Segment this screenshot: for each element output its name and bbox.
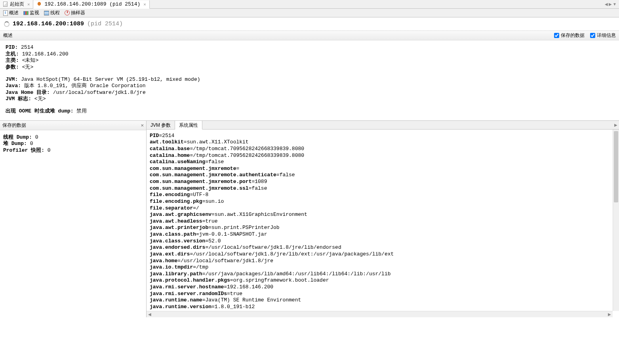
property-key: java.awt.graphicsenv bbox=[150, 212, 211, 217]
property-value: =/tmp/tomcat.7095628242668339839.8080 bbox=[190, 152, 304, 158]
sampler-button[interactable]: 抽样器 bbox=[63, 9, 87, 17]
property-row: java.awt.graphicsenv=sun.awt.X11Graphics… bbox=[150, 212, 616, 218]
jvm-label: JVM: bbox=[6, 76, 18, 82]
monitor-button[interactable]: 监视 bbox=[22, 9, 41, 17]
tab-system-properties[interactable]: 系统属性 bbox=[175, 121, 202, 130]
toolbar-label: 监视 bbox=[30, 10, 39, 16]
threads-icon bbox=[44, 11, 49, 15]
close-icon[interactable]: × bbox=[141, 122, 144, 128]
vertical-scrollbar[interactable] bbox=[613, 130, 619, 311]
properties-subtabs: JVM 参数 系统属性 ▶ bbox=[147, 121, 619, 130]
stopwatch-icon bbox=[65, 10, 70, 15]
scrollbar-thumb[interactable] bbox=[614, 131, 618, 202]
tab-prev-icon[interactable]: ◀ bbox=[605, 2, 608, 6]
page-subtitle: (pid 2514) bbox=[87, 21, 123, 27]
thread-dump-label: 线程 Dump: bbox=[3, 134, 32, 140]
tab-jvm-args[interactable]: JVM 参数 bbox=[147, 121, 175, 129]
property-row: java.home=/usr/local/software/jdk1.8/jre bbox=[150, 258, 616, 265]
property-key: com.sun.management.jmxremote.port bbox=[150, 179, 251, 185]
loading-icon bbox=[4, 21, 10, 27]
host-value: 192.168.146.200 bbox=[22, 51, 69, 57]
editor-tabs: 起始页 × 192.168.146.200:1089 (pid 2514) × … bbox=[0, 0, 619, 9]
overview-header: 概述 保存的数据 详细信息 bbox=[0, 30, 619, 40]
property-value: =52.0 bbox=[205, 238, 221, 244]
profiler-snap-label: Profiler 快照: bbox=[3, 147, 44, 153]
property-row: java.rmi.server.hostname=192.168.146.200 bbox=[150, 284, 616, 291]
property-key: file.encoding bbox=[150, 192, 190, 198]
property-value: =2514 bbox=[159, 133, 174, 139]
property-row: java.library.path=/usr/java/packages/lib… bbox=[150, 271, 616, 278]
overview-info: PID: 2514 主机: 192.168.146.200 主类: <未知> 参… bbox=[0, 40, 619, 120]
threads-button[interactable]: 线程 bbox=[42, 9, 61, 17]
tab-list-icon[interactable]: ▼ bbox=[613, 2, 617, 6]
overview-button[interactable]: 概述 bbox=[2, 9, 20, 17]
property-row: java.awt.printerjob=sun.print.PSPrinterJ… bbox=[150, 225, 616, 231]
property-row: file.separator=/ bbox=[150, 205, 616, 212]
saved-data-body: 线程 Dump: 0 堆 Dump: 0 Profiler 快照: 0 bbox=[0, 130, 146, 158]
property-value: =sun.awt.X11GraphicsEnvironment bbox=[211, 212, 307, 217]
host-label: 主机: bbox=[6, 51, 19, 57]
property-value: =/usr/local/software/jdk1.8/jre bbox=[177, 258, 273, 264]
checkbox-label: 详细信息 bbox=[597, 32, 616, 39]
property-value: =/tmp bbox=[193, 264, 208, 270]
close-icon[interactable]: × bbox=[143, 2, 146, 7]
property-row: java.awt.headless=true bbox=[150, 218, 616, 225]
horizontal-scrollbar[interactable]: ◀ ▶ bbox=[147, 311, 613, 317]
javahome-label: Java Home 目录: bbox=[6, 90, 50, 95]
property-key: file.separator bbox=[150, 205, 193, 211]
checkbox-input[interactable] bbox=[590, 33, 595, 38]
property-value: =Java(TM) SE Runtime Environment bbox=[202, 297, 301, 303]
page-icon bbox=[3, 2, 8, 7]
saved-data-panel: 保存的数据 × 线程 Dump: 0 堆 Dump: 0 Profiler 快照… bbox=[0, 121, 147, 317]
tab-connection[interactable]: 192.168.146.200:1089 (pid 2514) × bbox=[33, 0, 149, 9]
scrollbar-track[interactable] bbox=[153, 311, 606, 317]
property-key: java.endorsed.dirs bbox=[150, 244, 205, 250]
properties-panel: JVM 参数 系统属性 ▶ PID=2514awt.toolkit=sun.aw… bbox=[147, 121, 619, 317]
property-key: catalina.home bbox=[150, 152, 190, 158]
property-row: awt.toolkit=sun.awt.X11.XToolkit bbox=[150, 139, 616, 146]
property-key: java.library.path bbox=[150, 271, 202, 277]
property-key: PID bbox=[150, 133, 159, 139]
details-checkbox[interactable]: 详细信息 bbox=[590, 32, 616, 39]
property-value: =sun.io bbox=[202, 198, 224, 204]
toolbar-label: 抽样器 bbox=[71, 10, 85, 16]
tab-nav: ◀ ▶ ▼ bbox=[605, 2, 619, 6]
property-row: com.sun.management.jmxremote.port=1089 bbox=[150, 179, 616, 185]
property-value: =sun.awt.X11.XToolkit bbox=[184, 139, 249, 145]
tab-next-icon[interactable]: ▶ bbox=[609, 2, 612, 6]
property-value: =/usr/local/software/jdk1.8/jre/lib/endo… bbox=[205, 244, 341, 250]
close-icon[interactable]: × bbox=[27, 2, 30, 7]
property-value: =/usr/local/software/jdk1.8/jre/lib/ext:… bbox=[190, 251, 394, 257]
saved-data-header: 保存的数据 × bbox=[0, 121, 146, 130]
property-value: =sun.print.PSPrinterJob bbox=[208, 225, 279, 231]
property-row: catalina.base=/tmp/tomcat.70956282426683… bbox=[150, 146, 616, 152]
checkbox-label: 保存的数据 bbox=[561, 32, 585, 39]
property-value: =1089 bbox=[251, 179, 267, 185]
profiler-snap-value: 0 bbox=[48, 147, 51, 153]
property-value: =org.springframework.boot.loader bbox=[230, 277, 329, 283]
mainclass-value: <未知> bbox=[22, 57, 39, 63]
property-value: =UTF-8 bbox=[190, 192, 208, 198]
property-value: =1.8.0_191-b12 bbox=[211, 304, 255, 310]
property-key: catalina.base bbox=[150, 146, 190, 152]
page-title-bar: 192.168.146.200:1089 (pid 2514) bbox=[0, 17, 619, 30]
toolbar-label: 线程 bbox=[50, 10, 60, 16]
tab-startpage[interactable]: 起始页 × bbox=[0, 0, 33, 8]
property-value: =192.168.146.200 bbox=[224, 284, 273, 290]
thread-dump-value: 0 bbox=[35, 134, 38, 140]
java-label: Java: bbox=[6, 83, 21, 89]
property-value: =true bbox=[227, 291, 242, 297]
scroll-left-icon[interactable]: ◀ bbox=[147, 312, 153, 316]
tab-label: 192.168.146.200:1089 (pid 2514) bbox=[44, 1, 140, 7]
property-row: file.encoding=UTF-8 bbox=[150, 192, 616, 198]
detail-split: 保存的数据 × 线程 Dump: 0 堆 Dump: 0 Profiler 快照… bbox=[0, 120, 619, 317]
scroll-right-icon[interactable]: ▶ bbox=[613, 121, 619, 129]
page-title: 192.168.146.200:1089 bbox=[13, 21, 84, 27]
checkbox-input[interactable] bbox=[554, 33, 559, 38]
saved-data-checkbox[interactable]: 保存的数据 bbox=[554, 32, 585, 39]
property-value: =/tmp/tomcat.7095628242668339839.8080 bbox=[190, 146, 304, 152]
scroll-right-icon[interactable]: ▶ bbox=[606, 312, 613, 316]
section-title: 概述 bbox=[3, 32, 13, 39]
property-row: java.runtime.name=Java(TM) SE Runtime En… bbox=[150, 297, 616, 304]
args-label: 参数: bbox=[6, 64, 19, 70]
